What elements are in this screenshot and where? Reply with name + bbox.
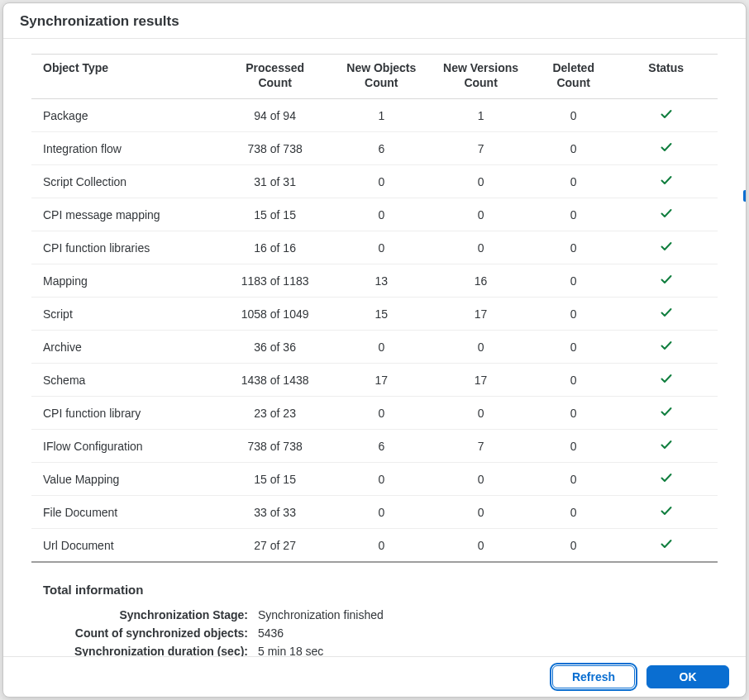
cell-deleted-count: 0	[532, 331, 615, 364]
cell-new-objects-count: 13	[333, 264, 429, 298]
cell-deleted-count: 0	[532, 397, 615, 430]
cell-object-type: CPI message mapping	[31, 198, 217, 231]
cell-object-type: Url Document	[31, 529, 217, 563]
table-row: Script1058 of 104915170	[31, 298, 718, 331]
check-icon	[660, 176, 673, 189]
cell-status	[614, 430, 718, 463]
cell-status	[614, 298, 718, 331]
cell-object-type: CPI function libraries	[31, 231, 217, 264]
cell-deleted-count: 0	[532, 364, 615, 397]
cell-processed-count: 27 of 27	[217, 529, 333, 563]
cell-processed-count: 16 of 16	[217, 231, 333, 264]
check-icon	[660, 407, 673, 421]
column-header-new-versions-count: New Versions Count	[429, 55, 532, 99]
table-row: Script Collection31 of 31000	[31, 165, 718, 198]
cell-deleted-count: 0	[532, 264, 615, 298]
column-header-new-objects-count: New Objects Count	[333, 55, 429, 99]
cell-status	[614, 165, 718, 198]
cell-new-versions-count: 17	[429, 298, 532, 331]
column-header-processed-count: Processed Count	[217, 55, 333, 99]
cell-processed-count: 1183 of 1183	[217, 264, 333, 298]
ok-button[interactable]: OK	[646, 665, 729, 688]
cell-processed-count: 94 of 94	[217, 99, 333, 132]
total-information-block: Total information Synchronization Stage:…	[43, 583, 718, 656]
cell-status	[614, 529, 718, 563]
cell-processed-count: 15 of 15	[217, 198, 333, 231]
cell-status	[614, 264, 718, 298]
cell-processed-count: 33 of 33	[217, 496, 333, 529]
edge-marker	[743, 190, 747, 202]
cell-deleted-count: 0	[532, 198, 615, 231]
cell-status	[614, 132, 718, 165]
cell-status	[614, 397, 718, 430]
column-header-object-type: Object Type	[31, 55, 217, 99]
cell-status	[614, 496, 718, 529]
cell-new-objects-count: 15	[333, 298, 429, 331]
sync-count-label: Count of synchronized objects:	[43, 626, 258, 640]
cell-new-versions-count: 0	[429, 198, 532, 231]
cell-processed-count: 1058 of 1049	[217, 298, 333, 331]
cell-object-type: File Document	[31, 496, 217, 529]
sync-stage-value: Synchronization finished	[258, 608, 384, 621]
cell-deleted-count: 0	[532, 165, 615, 198]
column-header-deleted-l2: Count	[556, 76, 589, 89]
cell-status	[614, 463, 718, 496]
total-information-header: Total information	[43, 583, 718, 597]
cell-new-versions-count: 0	[429, 331, 532, 364]
cell-new-objects-count: 6	[333, 132, 429, 165]
column-header-processed-l2: Count	[258, 76, 291, 89]
table-row: Archive36 of 36000	[31, 331, 718, 364]
table-row: Url Document27 of 27000	[31, 529, 718, 563]
cell-deleted-count: 0	[532, 463, 615, 496]
cell-object-type: Package	[31, 99, 217, 132]
sync-duration-label: Synchronization duration (sec):	[43, 645, 258, 656]
cell-processed-count: 31 of 31	[217, 165, 333, 198]
cell-status	[614, 364, 718, 397]
check-icon	[660, 440, 673, 454]
cell-new-versions-count: 16	[429, 264, 532, 298]
column-header-status: Status	[614, 55, 718, 99]
sync-count-value: 5436	[258, 626, 284, 640]
cell-new-objects-count: 0	[333, 165, 429, 198]
cell-status	[614, 198, 718, 231]
cell-new-versions-count: 0	[429, 496, 532, 529]
cell-status	[614, 331, 718, 364]
cell-object-type: CPI function library	[31, 397, 217, 430]
check-icon	[660, 275, 673, 288]
table-row: CPI message mapping15 of 15000	[31, 198, 718, 231]
cell-processed-count: 23 of 23	[217, 397, 333, 430]
cell-processed-count: 1438 of 1438	[217, 364, 333, 397]
cell-processed-count: 36 of 36	[217, 331, 333, 364]
cell-status	[614, 99, 718, 132]
table-row: Package94 of 94110	[31, 99, 718, 132]
cell-object-type: Value Mapping	[31, 463, 217, 496]
column-header-processed-l1: Processed	[246, 61, 304, 74]
cell-deleted-count: 0	[532, 298, 615, 331]
cell-new-versions-count: 1	[429, 99, 532, 132]
cell-deleted-count: 0	[532, 430, 615, 463]
cell-new-versions-count: 7	[429, 430, 532, 463]
table-row: Integration flow738 of 738670	[31, 132, 718, 165]
cell-object-type: Schema	[31, 364, 217, 397]
table-row: IFlow Configuration738 of 738670	[31, 430, 718, 463]
cell-new-objects-count: 0	[333, 463, 429, 496]
cell-new-versions-count: 0	[429, 397, 532, 430]
cell-new-objects-count: 0	[333, 496, 429, 529]
cell-deleted-count: 0	[532, 231, 615, 264]
cell-deleted-count: 0	[532, 529, 615, 563]
dialog-body[interactable]: Object Type Processed Count New Objects …	[3, 39, 746, 656]
cell-processed-count: 15 of 15	[217, 463, 333, 496]
cell-new-objects-count: 0	[333, 529, 429, 563]
check-icon	[660, 507, 673, 520]
dialog-footer: Refresh OK	[3, 656, 746, 697]
table-row: Schema1438 of 143817170	[31, 364, 718, 397]
check-icon	[660, 341, 673, 355]
cell-new-objects-count: 17	[333, 364, 429, 397]
cell-new-objects-count: 0	[333, 397, 429, 430]
cell-new-versions-count: 7	[429, 132, 532, 165]
refresh-button[interactable]: Refresh	[552, 665, 635, 688]
cell-new-versions-count: 0	[429, 165, 532, 198]
cell-new-objects-count: 0	[333, 331, 429, 364]
check-icon	[660, 143, 673, 156]
cell-object-type: IFlow Configuration	[31, 430, 217, 463]
